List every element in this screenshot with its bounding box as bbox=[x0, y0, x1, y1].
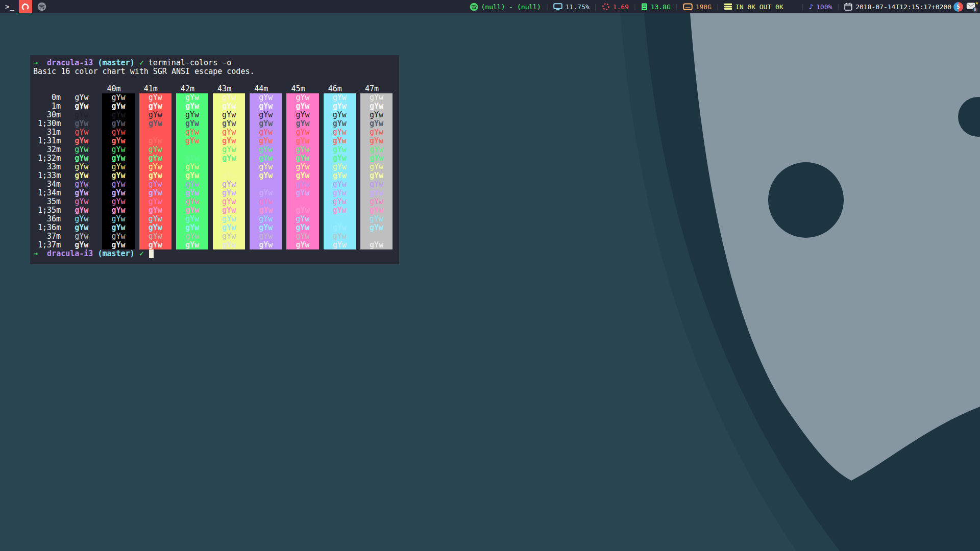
chart-row: 30mgYwgYwgYwgYwgYwgYwgYwgYwgYw bbox=[33, 111, 399, 119]
prompt-git-branch: (master) bbox=[97, 249, 134, 258]
chart-cell: gYw bbox=[286, 189, 318, 197]
chart-cell: gYw bbox=[139, 223, 172, 232]
cpu-usage-text: 11.75% bbox=[566, 3, 590, 11]
chart-cell: gYw bbox=[324, 111, 356, 119]
chart-cell: gYw bbox=[213, 128, 245, 137]
chart-row: 1;31mgYwgYwgYwgYwgYwgYwgYwgYwgYw bbox=[33, 137, 399, 145]
chart-cell: gYw bbox=[176, 189, 208, 197]
chart-cell: gYw bbox=[250, 111, 282, 119]
chart-cell: gYw bbox=[324, 180, 356, 189]
chart-row: 37mgYwgYwgYwgYwgYwgYwgYwgYwgYw bbox=[33, 232, 399, 241]
datetime-text: 2018-07-14T12:15:17+0200 bbox=[855, 3, 951, 11]
chart-cell-plain: gYw bbox=[65, 145, 97, 154]
chart-row-label: 30m bbox=[38, 111, 61, 119]
chart-cell: gYw bbox=[360, 215, 393, 223]
chart-column-header: 45m bbox=[282, 85, 314, 93]
chart-cell: gYw bbox=[286, 102, 318, 111]
chart-cell: gYw bbox=[139, 180, 172, 189]
prompt-status-check: ✓ bbox=[139, 59, 144, 67]
chart-cell: gYw bbox=[213, 137, 245, 145]
chart-cell: gYw bbox=[102, 111, 134, 119]
chart-row-label: 0m bbox=[38, 93, 61, 102]
star-icon: ★ bbox=[975, 0, 978, 6]
workspace-spotify[interactable] bbox=[35, 0, 48, 13]
chart-cell: gYw bbox=[250, 145, 282, 154]
chart-row-label: 1;32m bbox=[38, 154, 61, 163]
chart-cell: gYw bbox=[324, 232, 356, 241]
spotify-icon bbox=[37, 2, 46, 11]
chart-cell: gYw bbox=[102, 119, 134, 128]
chart-row-label: 1;33m bbox=[38, 171, 61, 180]
chart-cell: gYw bbox=[213, 241, 245, 249]
chart-cell: gYw bbox=[213, 163, 245, 171]
chart-cell: gYw bbox=[139, 171, 172, 180]
workspace-terminal[interactable]: >_ bbox=[0, 3, 19, 11]
chart-cell: gYw bbox=[286, 206, 318, 215]
firefox-flame-icon bbox=[21, 3, 30, 11]
module-cpu[interactable]: 11.75% bbox=[553, 3, 590, 11]
workspace-firefox[interactable] bbox=[19, 0, 32, 13]
chart-cell: gYw bbox=[286, 128, 318, 137]
module-disk[interactable]: 190G bbox=[683, 3, 712, 11]
module-spotify[interactable]: (null) - (null) bbox=[470, 3, 541, 11]
chart-cell: gYw bbox=[286, 119, 318, 128]
module-network[interactable]: IN 0K OUT 0K bbox=[724, 3, 783, 11]
chart-cell: gYw bbox=[213, 119, 245, 128]
chart-row: 1;36mgYwgYwgYwgYwgYwgYwgYwgYwgYw bbox=[33, 223, 399, 232]
terminal-cursor[interactable] bbox=[149, 249, 154, 258]
prompt-status-check: ✓ bbox=[139, 249, 144, 258]
chart-cell: gYw bbox=[250, 232, 282, 241]
chart-cell: gYw bbox=[286, 154, 318, 163]
chart-cell: gYw bbox=[324, 93, 356, 102]
chart-row: 1;37mgYwgYwgYwgYwgYwgYwgYwgYwgYw bbox=[33, 241, 399, 249]
prompt-git-branch: (master) bbox=[97, 59, 134, 67]
chart-cell: gYw bbox=[176, 163, 208, 171]
command-text: terminal-colors -o bbox=[149, 59, 232, 67]
chart-cell: gYw bbox=[324, 163, 356, 171]
chart-cell: gYw bbox=[286, 197, 318, 206]
separator: | bbox=[801, 3, 805, 11]
chart-column-header: 44m bbox=[245, 85, 277, 93]
chart-cell: gYw bbox=[324, 206, 356, 215]
chart-cell: gYw bbox=[286, 137, 318, 145]
chart-row: 36mgYwgYwgYwgYwgYwgYwgYwgYwgYw bbox=[33, 215, 399, 223]
notification-app-icon[interactable]: 5 bbox=[953, 2, 963, 12]
module-date[interactable]: 2018-07-14T12:15:17+0200 bbox=[844, 3, 951, 11]
chart-cell: gYw bbox=[176, 232, 208, 241]
chart-cell: gYw bbox=[324, 241, 356, 249]
module-memory[interactable]: 13.8G bbox=[641, 3, 671, 11]
mail-icon[interactable]: ★ 0 bbox=[966, 2, 977, 12]
chart-cell: gYw bbox=[176, 145, 208, 154]
chart-cell: gYw bbox=[286, 111, 318, 119]
chart-cell: gYw bbox=[360, 232, 393, 241]
chart-row: 1;35mgYwgYwgYwgYwgYwgYwgYwgYwgYw bbox=[33, 206, 399, 215]
chart-cell: gYw bbox=[286, 223, 318, 232]
chart-cell: gYw bbox=[176, 119, 208, 128]
chart-row-label: 1m bbox=[38, 102, 61, 111]
chart-row: 1;32mgYwgYwgYwgYwgYwgYwgYwgYwgYw bbox=[33, 154, 399, 163]
terminal-window[interactable]: →dracula-i3(master)✓terminal-colors -o B… bbox=[30, 55, 399, 264]
chart-row-label: 1;36m bbox=[38, 223, 61, 232]
calendar-icon bbox=[844, 3, 852, 11]
chart-cell: gYw bbox=[176, 154, 208, 163]
chart-row: 1mgYwgYwgYwgYwgYwgYwgYwgYwgYw bbox=[33, 102, 399, 111]
output-title: Basic 16 color chart with SGR ANSI escap… bbox=[33, 67, 399, 76]
chart-row-label: 36m bbox=[38, 215, 61, 223]
chart-cell: gYw bbox=[213, 111, 245, 119]
chart-cell: gYw bbox=[176, 223, 208, 232]
prompt-directory: dracula-i3 bbox=[47, 59, 93, 67]
spinner-icon bbox=[602, 3, 610, 11]
chart-cell-plain: gYw bbox=[65, 119, 97, 128]
module-volume[interactable]: ♪ 100% bbox=[809, 3, 832, 11]
chart-cell: gYw bbox=[360, 154, 393, 163]
chart-cell: gYw bbox=[360, 102, 393, 111]
load-average-text: 1.69 bbox=[613, 3, 629, 11]
final-prompt-line: →dracula-i3(master)✓ bbox=[33, 249, 399, 258]
chart-column-header: 40m bbox=[97, 85, 130, 93]
chart-cell: gYw bbox=[250, 189, 282, 197]
module-load[interactable]: 1.69 bbox=[602, 3, 629, 11]
chart-cell-plain: gYw bbox=[65, 102, 97, 111]
notification-count: 5 bbox=[957, 4, 960, 10]
chart-cell: gYw bbox=[250, 223, 282, 232]
chart-cell: gYw bbox=[102, 154, 134, 163]
